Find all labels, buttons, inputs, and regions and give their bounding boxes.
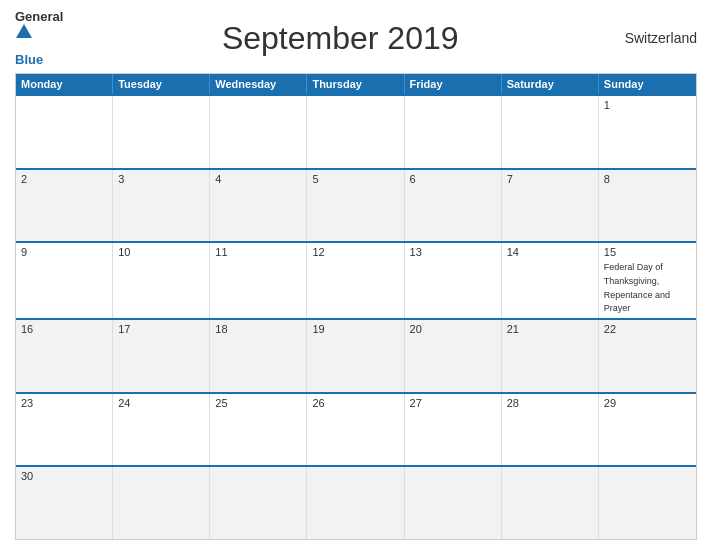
calendar-cell: 2 bbox=[16, 170, 113, 242]
calendar-cell bbox=[210, 467, 307, 539]
day-number: 27 bbox=[410, 397, 496, 409]
calendar-cell: 18 bbox=[210, 320, 307, 392]
day-number: 9 bbox=[21, 246, 107, 258]
calendar-cell: 20 bbox=[405, 320, 502, 392]
calendar-row-0: 1 bbox=[16, 94, 696, 168]
calendar-cell: 28 bbox=[502, 394, 599, 466]
calendar-cell: 22 bbox=[599, 320, 696, 392]
day-number: 17 bbox=[118, 323, 204, 335]
day-number: 5 bbox=[312, 173, 398, 185]
day-of-week-friday: Friday bbox=[405, 74, 502, 94]
day-number: 20 bbox=[410, 323, 496, 335]
logo-blue-text: Blue bbox=[15, 53, 43, 67]
calendar-row-2: 9101112131415Federal Day of Thanksgiving… bbox=[16, 241, 696, 318]
calendar-cell: 9 bbox=[16, 243, 113, 318]
calendar-cell bbox=[405, 96, 502, 168]
logo-general-text: General bbox=[15, 10, 63, 24]
header: General Blue September 2019 Switzerland bbox=[15, 10, 697, 67]
calendar-cell: 25 bbox=[210, 394, 307, 466]
calendar-cell: 30 bbox=[16, 467, 113, 539]
calendar-cell bbox=[210, 96, 307, 168]
calendar-cell: 24 bbox=[113, 394, 210, 466]
day-number: 25 bbox=[215, 397, 301, 409]
logo: General Blue bbox=[15, 10, 63, 67]
day-number: 10 bbox=[118, 246, 204, 258]
day-of-week-saturday: Saturday bbox=[502, 74, 599, 94]
calendar-cell: 8 bbox=[599, 170, 696, 242]
calendar-header: MondayTuesdayWednesdayThursdayFridaySatu… bbox=[16, 74, 696, 94]
calendar-cell: 17 bbox=[113, 320, 210, 392]
calendar-cell bbox=[502, 467, 599, 539]
day-number: 22 bbox=[604, 323, 691, 335]
day-of-week-sunday: Sunday bbox=[599, 74, 696, 94]
calendar-cell: 4 bbox=[210, 170, 307, 242]
calendar-cell: 29 bbox=[599, 394, 696, 466]
day-number: 2 bbox=[21, 173, 107, 185]
day-number: 13 bbox=[410, 246, 496, 258]
day-number: 26 bbox=[312, 397, 398, 409]
calendar-cell: 10 bbox=[113, 243, 210, 318]
day-number: 30 bbox=[21, 470, 107, 482]
calendar-cell: 26 bbox=[307, 394, 404, 466]
calendar-cell: 13 bbox=[405, 243, 502, 318]
day-number: 18 bbox=[215, 323, 301, 335]
day-of-week-wednesday: Wednesday bbox=[210, 74, 307, 94]
day-number: 24 bbox=[118, 397, 204, 409]
day-of-week-thursday: Thursday bbox=[307, 74, 404, 94]
calendar-row-1: 2345678 bbox=[16, 168, 696, 242]
day-of-week-monday: Monday bbox=[16, 74, 113, 94]
calendar-cell bbox=[307, 467, 404, 539]
calendar-cell: 23 bbox=[16, 394, 113, 466]
calendar-cell: 1 bbox=[599, 96, 696, 168]
month-title: September 2019 bbox=[63, 20, 617, 57]
page: General Blue September 2019 Switzerland … bbox=[0, 0, 712, 550]
calendar-cell bbox=[405, 467, 502, 539]
calendar-cell: 19 bbox=[307, 320, 404, 392]
calendar-row-4: 23242526272829 bbox=[16, 392, 696, 466]
day-number: 16 bbox=[21, 323, 107, 335]
calendar-cell: 15Federal Day of Thanksgiving, Repentanc… bbox=[599, 243, 696, 318]
day-number: 6 bbox=[410, 173, 496, 185]
calendar-cell bbox=[113, 96, 210, 168]
calendar-cell: 12 bbox=[307, 243, 404, 318]
day-number: 4 bbox=[215, 173, 301, 185]
calendar-cell: 16 bbox=[16, 320, 113, 392]
country-label: Switzerland bbox=[617, 30, 697, 46]
day-number: 23 bbox=[21, 397, 107, 409]
calendar-cell: 21 bbox=[502, 320, 599, 392]
calendar-body: 123456789101112131415Federal Day of Than… bbox=[16, 94, 696, 539]
day-number: 14 bbox=[507, 246, 593, 258]
day-number: 11 bbox=[215, 246, 301, 258]
day-number: 8 bbox=[604, 173, 691, 185]
calendar-cell bbox=[599, 467, 696, 539]
calendar-cell bbox=[502, 96, 599, 168]
calendar-row-5: 30 bbox=[16, 465, 696, 539]
logo-triangle-icon bbox=[16, 24, 32, 38]
event-text: Federal Day of Thanksgiving, Repentance … bbox=[604, 262, 670, 313]
calendar-cell bbox=[307, 96, 404, 168]
day-of-week-tuesday: Tuesday bbox=[113, 74, 210, 94]
day-number: 29 bbox=[604, 397, 691, 409]
calendar-row-3: 16171819202122 bbox=[16, 318, 696, 392]
calendar-cell bbox=[16, 96, 113, 168]
calendar-cell: 7 bbox=[502, 170, 599, 242]
day-number: 19 bbox=[312, 323, 398, 335]
day-number: 21 bbox=[507, 323, 593, 335]
calendar-cell: 11 bbox=[210, 243, 307, 318]
calendar-cell: 3 bbox=[113, 170, 210, 242]
calendar-cell bbox=[113, 467, 210, 539]
day-number: 12 bbox=[312, 246, 398, 258]
day-number: 28 bbox=[507, 397, 593, 409]
calendar-cell: 5 bbox=[307, 170, 404, 242]
calendar-cell: 14 bbox=[502, 243, 599, 318]
day-number: 3 bbox=[118, 173, 204, 185]
calendar-cell: 6 bbox=[405, 170, 502, 242]
calendar-cell: 27 bbox=[405, 394, 502, 466]
day-number: 15 bbox=[604, 246, 691, 258]
calendar: MondayTuesdayWednesdayThursdayFridaySatu… bbox=[15, 73, 697, 540]
day-number: 1 bbox=[604, 99, 691, 111]
day-number: 7 bbox=[507, 173, 593, 185]
